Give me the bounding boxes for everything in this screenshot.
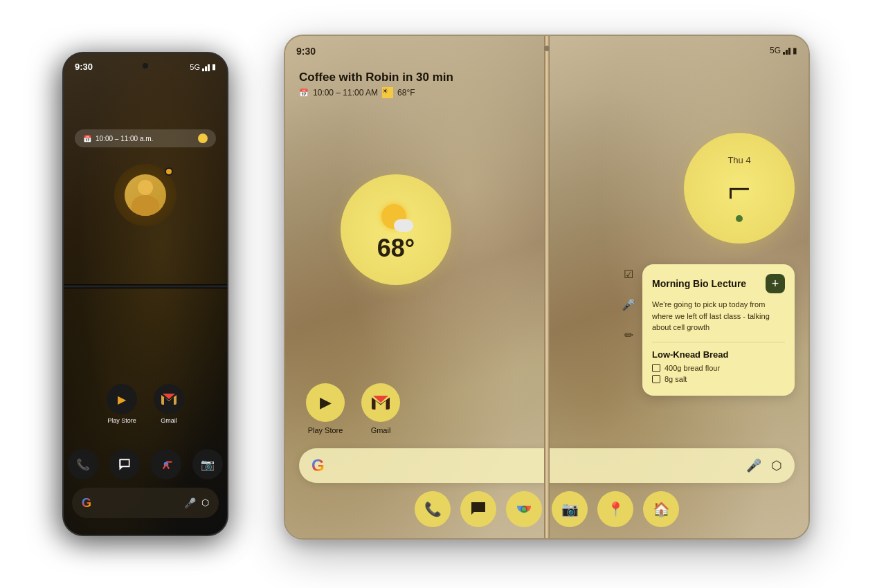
- play-store-icon: ▶: [107, 384, 137, 414]
- open-search-right-icons: 🎤 ⬡: [746, 458, 782, 473]
- note-item-2-text: 8g salt: [664, 375, 687, 383]
- open-play-icon: ▶: [306, 383, 345, 422]
- weather-widget[interactable]: 68°: [341, 174, 451, 285]
- bottom-dock: 📞 📷: [64, 449, 227, 479]
- weather-dot: [198, 134, 208, 143]
- notif-weather: 68°F: [397, 88, 415, 98]
- cal-icon: 📅: [299, 89, 309, 98]
- status-time: 9:30: [75, 62, 93, 72]
- play-store-app[interactable]: ▶ Play Store: [107, 384, 137, 424]
- cloud-shape: [394, 219, 413, 232]
- note1-title: Morning Bio Lecture: [652, 278, 746, 289]
- note-item-1-text: 400g bread flour: [664, 364, 720, 372]
- open-gmail-label: Gmail: [371, 426, 391, 434]
- weather-temp: 68°: [377, 236, 415, 261]
- profile-widget[interactable]: [114, 164, 177, 226]
- checkbox-1[interactable]: [652, 364, 660, 372]
- open-lens-icon[interactable]: ⬡: [771, 458, 782, 473]
- open-phone-icon[interactable]: 📞: [415, 491, 451, 527]
- open-mic-icon[interactable]: 🎤: [746, 458, 761, 473]
- edit-action[interactable]: ✏: [619, 325, 638, 344]
- clock-time: ⌐: [727, 168, 751, 210]
- open-status-bar-left: 9:30: [296, 46, 536, 57]
- open-chrome-icon[interactable]: [506, 491, 542, 527]
- search-right-icons: 🎤 ⬡: [184, 497, 209, 508]
- open-phone: 9:30 Coffee with Robin in 30 min 📅 10:00…: [284, 35, 824, 553]
- open-apps-left: ▶ Play Store Gmail: [306, 383, 400, 434]
- network-label: 5G: [190, 63, 200, 71]
- search-bar[interactable]: G 🎤 ⬡: [72, 488, 219, 518]
- chrome-icon[interactable]: [151, 449, 181, 479]
- bar2: [205, 66, 207, 71]
- open-play-store[interactable]: ▶ Play Store: [306, 383, 345, 434]
- note-divider: [652, 342, 785, 342]
- apps-grid: ▶ Play Store Gmail: [64, 384, 227, 424]
- signal-icon: [202, 63, 210, 71]
- open-signal: [783, 46, 790, 55]
- gmail-app[interactable]: Gmail: [154, 384, 184, 424]
- open-google-logo: G: [311, 456, 325, 475]
- google-logo: G: [82, 496, 91, 511]
- open-network: 5G: [770, 46, 781, 55]
- notif-detail: 📅 10:00 – 11:00 AM ☀ 68°F: [299, 87, 453, 98]
- battery-icon: ▮: [212, 62, 216, 71]
- apps-row-1: ▶ Play Store Gmail: [107, 384, 184, 424]
- clock-dot: [736, 215, 743, 222]
- note-header: Morning Bio Lecture +: [652, 274, 785, 293]
- open-gmail[interactable]: Gmail: [361, 383, 400, 434]
- folded-phone: 9:30 5G ▮ 📅 10:00 – 11:00 a.m.: [62, 52, 242, 550]
- camera-icon[interactable]: 📷: [192, 449, 223, 479]
- open-front-camera: [544, 46, 550, 51]
- note1-text: We're going to pick up today from where …: [652, 299, 785, 333]
- calendar-notification[interactable]: 📅 10:00 – 11:00 a.m.: [75, 129, 216, 147]
- notification-widget: Coffee with Robin in 30 min 📅 10:00 – 11…: [299, 71, 453, 98]
- gmail-icon: [154, 384, 184, 414]
- open-messages-icon[interactable]: [460, 491, 496, 527]
- profile-avatar: [125, 174, 166, 216]
- note-actions: ☑ 🎤 ✏: [619, 264, 638, 344]
- checkbox-2[interactable]: [652, 375, 660, 383]
- checkbox-action[interactable]: ☑: [619, 264, 638, 284]
- calendar-text: 10:00 – 11:00 a.m.: [96, 135, 153, 143]
- hinge: [544, 36, 550, 538]
- play-store-label: Play Store: [107, 417, 136, 424]
- notification-dot: [165, 167, 173, 176]
- open-camera-dock-icon[interactable]: 📷: [552, 491, 588, 527]
- weather-sun: ☀: [382, 87, 393, 98]
- open-gmail-icon: [361, 383, 400, 422]
- clock-widget[interactable]: Thu 4 ⌐: [684, 133, 795, 244]
- open-maps-icon[interactable]: 📍: [597, 491, 633, 527]
- open-phone-body: 9:30 Coffee with Robin in 30 min 📅 10:00…: [284, 35, 810, 540]
- gmail-label: Gmail: [161, 417, 177, 424]
- folded-phone-screen: 9:30 5G ▮ 📅 10:00 – 11:00 a.m.: [64, 53, 227, 535]
- notif-time: 10:00 – 11:00 AM: [313, 88, 378, 98]
- messages-icon[interactable]: [109, 449, 140, 479]
- note-add-button[interactable]: +: [766, 274, 785, 293]
- mic-action[interactable]: 🎤: [619, 295, 638, 314]
- front-camera: [143, 63, 148, 68]
- note-widget: Morning Bio Lecture + We're going to pic…: [642, 264, 795, 396]
- bar1: [202, 68, 204, 71]
- phone-icon[interactable]: 📞: [68, 449, 98, 479]
- calendar-icon: 📅: [83, 135, 91, 143]
- open-status-bar-right: 5G ▮: [558, 46, 797, 55]
- mic-icon[interactable]: 🎤: [184, 497, 196, 508]
- open-time: 9:30: [296, 46, 316, 57]
- note-item-2: 8g salt: [652, 375, 785, 383]
- open-home-icon[interactable]: 🏠: [643, 491, 679, 527]
- open-status-icons: 5G ▮: [770, 46, 797, 55]
- open-battery: ▮: [793, 46, 797, 55]
- clock-day: Thu 4: [727, 155, 750, 165]
- status-icons: 5G ▮: [190, 62, 216, 71]
- lens-icon[interactable]: ⬡: [201, 497, 209, 508]
- bar3: [208, 64, 210, 71]
- open-play-label: Play Store: [308, 426, 343, 434]
- note2-title: Low-Knead Bread: [652, 349, 785, 360]
- folded-phone-body: 9:30 5G ▮ 📅 10:00 – 11:00 a.m.: [62, 52, 228, 536]
- notif-title: Coffee with Robin in 30 min: [299, 71, 453, 84]
- weather-sun-icon: [379, 199, 413, 233]
- note-item-1: 400g bread flour: [652, 364, 785, 372]
